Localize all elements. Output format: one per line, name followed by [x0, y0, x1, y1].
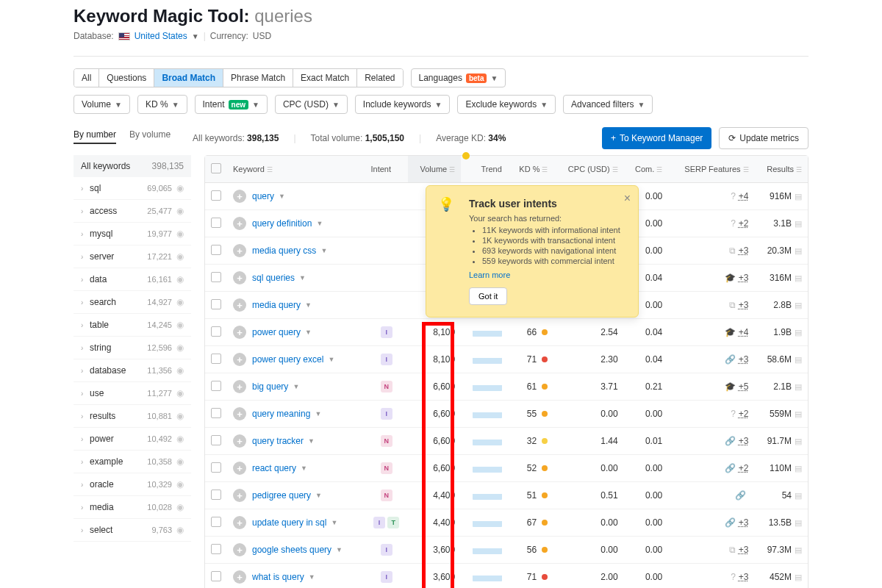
results-icon[interactable]: ▤	[795, 192, 802, 201]
filter-exclude-keywords[interactable]: Exclude keywords▼	[457, 95, 556, 114]
add-keyword-button[interactable]: +	[233, 407, 246, 420]
chevron-down-icon[interactable]: ▼	[315, 492, 322, 499]
results-icon[interactable]: ▤	[795, 273, 802, 282]
col-intent[interactable]: Intent	[365, 156, 407, 183]
row-checkbox[interactable]	[211, 299, 221, 309]
db-link[interactable]: United States	[135, 31, 187, 41]
eye-icon[interactable]: ◉	[176, 183, 184, 193]
col-results[interactable]: Results☰	[755, 156, 808, 183]
close-icon[interactable]: ×	[624, 192, 631, 205]
row-checkbox[interactable]	[211, 326, 221, 337]
keyword-link[interactable]: query	[252, 191, 274, 201]
sidebar-all-keywords[interactable]: All keywords 398,135	[74, 155, 191, 177]
match-tab-phrase-match[interactable]: Phrase Match	[223, 69, 293, 87]
eye-icon[interactable]: ◉	[176, 229, 184, 239]
serp-count[interactable]: +3	[739, 436, 749, 446]
chevron-down-icon[interactable]: ▼	[308, 437, 315, 445]
filter-intent[interactable]: Intentnew▼	[195, 95, 268, 114]
results-icon[interactable]: ▤	[795, 219, 802, 228]
eye-icon[interactable]: ◉	[176, 388, 184, 398]
sidebar-item-search[interactable]: ›search14,927◉	[74, 291, 191, 314]
row-checkbox[interactable]	[211, 272, 221, 282]
chevron-down-icon[interactable]: ▼	[305, 301, 312, 309]
eye-icon[interactable]: ◉	[176, 365, 184, 376]
eye-icon[interactable]: ◉	[176, 411, 184, 421]
row-checkbox[interactable]	[211, 517, 221, 527]
chevron-down-icon[interactable]: ▼	[293, 383, 299, 390]
keyword-link[interactable]: update query in sql	[252, 517, 326, 528]
serp-count[interactable]: +2	[739, 218, 749, 229]
col-trend[interactable]: Trend	[461, 156, 508, 183]
add-keyword-button[interactable]: +	[233, 570, 246, 584]
keyword-link[interactable]: query definition	[252, 218, 312, 229]
got-it-button[interactable]: Got it	[469, 287, 507, 305]
sidebar-item-string[interactable]: ›string12,596◉	[74, 337, 191, 359]
eye-icon[interactable]: ◉	[176, 297, 184, 307]
learn-more-link[interactable]: Learn more	[469, 270, 510, 279]
serp-count[interactable]: +3	[739, 245, 749, 256]
col-kd[interactable]: KD %☰	[508, 156, 554, 183]
eye-icon[interactable]: ◉	[176, 343, 184, 353]
serp-count[interactable]: +3	[739, 572, 749, 582]
filter-include-keywords[interactable]: Include keywords▼	[355, 95, 451, 114]
row-checkbox[interactable]	[211, 408, 221, 418]
select-all-checkbox[interactable]	[211, 163, 221, 173]
results-icon[interactable]: ▤	[795, 573, 802, 581]
results-icon[interactable]: ▤	[795, 491, 802, 500]
sidebar-item-data[interactable]: ›data16,161◉	[74, 268, 191, 291]
keyword-link[interactable]: sql queries	[252, 273, 295, 283]
row-checkbox[interactable]	[211, 354, 221, 364]
col-volume[interactable]: Volume☰	[408, 156, 461, 183]
row-checkbox[interactable]	[211, 435, 221, 445]
row-checkbox[interactable]	[211, 245, 221, 255]
serp-count[interactable]: +3	[739, 300, 749, 310]
eye-icon[interactable]: ◉	[176, 456, 184, 467]
sidebar-item-oracle[interactable]: ›oracle10,329◉	[74, 473, 191, 496]
add-keyword-button[interactable]: +	[233, 516, 246, 529]
sidebar-item-use[interactable]: ›use11,277◉	[74, 382, 191, 405]
results-icon[interactable]: ▤	[795, 382, 802, 391]
keyword-link[interactable]: query meaning	[252, 409, 310, 419]
add-keyword-button[interactable]: +	[233, 326, 246, 339]
serp-count[interactable]: +3	[739, 354, 749, 365]
languages-filter[interactable]: Languages beta ▼	[411, 68, 506, 87]
chevron-down-icon[interactable]: ▼	[328, 356, 334, 363]
keyword-link[interactable]: what is query	[252, 572, 304, 582]
eye-icon[interactable]: ◉	[176, 206, 184, 216]
eye-icon[interactable]: ◉	[176, 251, 184, 262]
add-keyword-button[interactable]: +	[233, 489, 246, 502]
add-keyword-button[interactable]: +	[233, 434, 246, 448]
results-icon[interactable]: ▤	[795, 301, 802, 309]
update-metrics-button[interactable]: ⟳Update metrics	[719, 127, 808, 149]
filter-advanced-filters[interactable]: Advanced filters▼	[563, 95, 653, 114]
keyword-link[interactable]: pedigree query	[252, 490, 311, 501]
sidebar-item-example[interactable]: ›example10,358◉	[74, 451, 191, 473]
chevron-down-icon[interactable]: ▼	[192, 32, 199, 40]
serp-count[interactable]: +2	[739, 409, 749, 419]
row-checkbox[interactable]	[211, 490, 221, 500]
results-icon[interactable]: ▤	[795, 246, 802, 255]
col-cpc[interactable]: CPC (USD)☰	[553, 156, 623, 183]
add-keyword-button[interactable]: +	[233, 244, 246, 257]
eye-icon[interactable]: ◉	[176, 525, 184, 535]
add-keyword-button[interactable]: +	[233, 298, 246, 312]
col-serp[interactable]: SERP Features☰	[668, 156, 754, 183]
serp-count[interactable]: +3	[739, 517, 749, 528]
results-icon[interactable]: ▤	[795, 409, 802, 418]
sidebar-item-sql[interactable]: ›sql69,065◉	[74, 177, 191, 200]
sidebar-item-media[interactable]: ›media10,028◉	[74, 496, 191, 519]
chevron-down-icon[interactable]: ▼	[316, 220, 323, 227]
chevron-down-icon[interactable]: ▼	[305, 329, 312, 336]
sidebar-item-access[interactable]: ›access25,477◉	[74, 200, 191, 223]
match-tab-questions[interactable]: Questions	[99, 69, 154, 87]
view-tab-by-volume[interactable]: By volume	[129, 129, 171, 144]
add-keyword-button[interactable]: +	[233, 190, 246, 203]
match-tab-all[interactable]: All	[74, 69, 99, 87]
sidebar-item-power[interactable]: ›power10,492◉	[74, 428, 191, 451]
results-icon[interactable]: ▤	[795, 437, 802, 445]
chevron-down-icon[interactable]: ▼	[315, 410, 321, 417]
eye-icon[interactable]: ◉	[176, 434, 184, 444]
sidebar-item-server[interactable]: ›server17,221◉	[74, 245, 191, 268]
row-checkbox[interactable]	[211, 381, 221, 391]
sidebar-item-mysql[interactable]: ›mysql19,977◉	[74, 223, 191, 245]
